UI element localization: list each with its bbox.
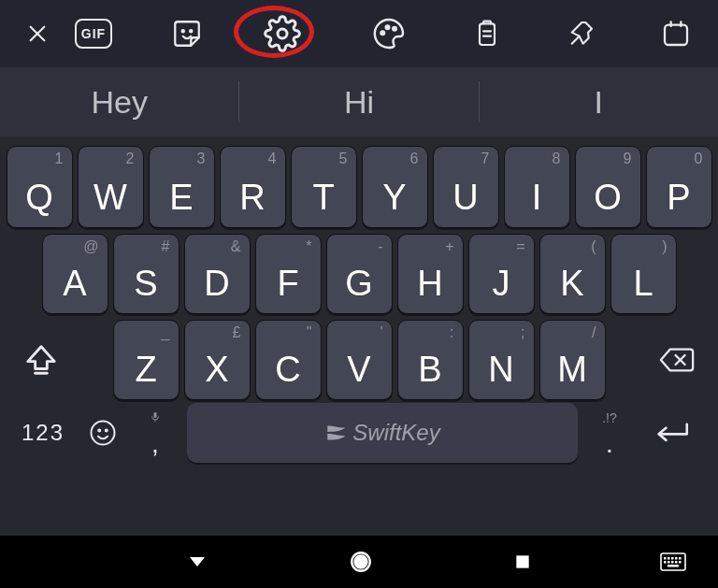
shift-key[interactable]	[7, 342, 75, 378]
svg-point-5	[381, 31, 384, 35]
svg-rect-33	[675, 561, 678, 564]
svg-rect-34	[679, 561, 682, 564]
symbols-key[interactable]: 123	[13, 405, 73, 461]
svg-point-22	[355, 556, 367, 568]
square-icon	[513, 552, 532, 571]
close-icon	[27, 23, 48, 44]
suggestion-bar: Hey Hi I	[0, 67, 718, 136]
nav-home-button[interactable]	[349, 550, 373, 574]
keyboard-row-2: @A #S &D *F -G +H =J (K )L	[4, 234, 714, 314]
gif-icon: GIF	[75, 19, 112, 49]
svg-rect-29	[679, 557, 682, 560]
palette-icon	[372, 17, 406, 50]
enter-icon	[653, 419, 692, 447]
key-j[interactable]: =J	[468, 234, 535, 314]
nav-keyboard-switch-button[interactable]	[660, 552, 686, 571]
keyboard-row-3: _Z £X "C 'V :B ;N /M	[4, 320, 714, 400]
svg-point-3	[190, 30, 192, 32]
key-u[interactable]: 7U	[433, 146, 499, 228]
svg-rect-8	[480, 23, 495, 45]
comma-key[interactable]: ,	[133, 405, 178, 461]
keyboard-toolbar: GIF	[0, 0, 718, 67]
key-r[interactable]: 4R	[220, 146, 286, 228]
keyboard-icon	[660, 552, 686, 571]
key-g[interactable]: -G	[326, 234, 393, 314]
svg-rect-28	[675, 557, 678, 560]
shift-icon	[23, 342, 59, 378]
backspace-icon	[658, 345, 696, 375]
key-n[interactable]: ;N	[468, 320, 535, 400]
suggestion-2[interactable]: Hi	[239, 67, 478, 136]
backspace-key[interactable]	[643, 345, 711, 375]
calendar-icon	[661, 19, 691, 49]
enter-key[interactable]	[638, 405, 707, 461]
key-x[interactable]: £X	[184, 320, 251, 400]
calendar-button[interactable]	[657, 15, 695, 52]
android-nav-bar	[0, 536, 718, 588]
space-label: SwiftKey	[352, 420, 439, 446]
svg-rect-11	[665, 25, 687, 45]
clipboard-button[interactable]	[468, 15, 506, 52]
emoji-icon	[89, 419, 117, 447]
suggestion-1[interactable]: Hey	[0, 67, 238, 136]
nav-recents-button[interactable]	[513, 552, 532, 571]
key-d[interactable]: &D	[184, 234, 251, 314]
svg-rect-31	[668, 561, 670, 564]
key-b[interactable]: :B	[397, 320, 464, 400]
voice-icon	[150, 410, 161, 423]
themes-button[interactable]	[370, 15, 408, 52]
close-toolbar-button[interactable]	[19, 15, 56, 52]
key-t[interactable]: 5T	[291, 146, 357, 228]
key-v[interactable]: 'V	[326, 320, 393, 400]
key-z[interactable]: _Z	[113, 320, 180, 400]
key-l[interactable]: )L	[610, 234, 677, 314]
svg-point-17	[92, 422, 115, 445]
keyboard: 1Q 2W 3E 4R 5T 6Y 7U 8I 9O 0P @A #S &D *…	[0, 136, 718, 536]
spacebar[interactable]: SwiftKey	[187, 403, 578, 463]
pin-button[interactable]	[562, 15, 599, 52]
svg-point-6	[386, 25, 390, 29]
svg-point-18	[98, 430, 100, 432]
svg-point-19	[106, 430, 108, 432]
pin-icon	[566, 19, 596, 49]
key-c[interactable]: "C	[255, 320, 322, 400]
suggestion-3[interactable]: I	[480, 67, 718, 136]
svg-point-7	[393, 27, 396, 31]
key-p[interactable]: 0P	[646, 146, 712, 228]
svg-rect-35	[668, 565, 679, 567]
key-k[interactable]: (K	[539, 234, 606, 314]
key-a[interactable]: @A	[42, 234, 108, 314]
svg-rect-23	[516, 555, 528, 567]
keyboard-row-4: 123 , SwiftKey .!? .	[4, 400, 714, 466]
key-e[interactable]: 3E	[149, 146, 215, 228]
emoji-key[interactable]	[79, 405, 127, 461]
key-f[interactable]: *F	[255, 234, 322, 314]
sticker-button[interactable]	[168, 15, 206, 52]
svg-point-4	[278, 29, 287, 38]
key-s[interactable]: #S	[113, 234, 180, 314]
svg-rect-32	[671, 561, 674, 564]
swiftkey-logo-icon	[324, 421, 349, 445]
keyboard-row-1: 1Q 2W 3E 4R 5T 6Y 7U 8I 9O 0P	[4, 146, 714, 228]
settings-button[interactable]	[264, 15, 301, 52]
sticker-icon	[171, 18, 203, 50]
gear-icon	[264, 15, 301, 52]
gif-button[interactable]: GIF	[75, 15, 112, 52]
svg-rect-25	[664, 557, 667, 560]
triangle-down-icon	[186, 551, 208, 573]
period-key[interactable]: .!? .	[587, 405, 632, 461]
key-o[interactable]: 9O	[575, 146, 641, 228]
key-w[interactable]: 2W	[78, 146, 144, 228]
key-i[interactable]: 8I	[504, 146, 570, 228]
circle-icon	[349, 550, 373, 574]
nav-back-button[interactable]	[186, 551, 208, 573]
svg-point-2	[182, 30, 184, 32]
svg-rect-30	[664, 561, 667, 564]
svg-rect-26	[668, 557, 670, 560]
key-y[interactable]: 6Y	[362, 146, 428, 228]
svg-rect-27	[671, 557, 674, 560]
clipboard-icon	[472, 18, 502, 50]
key-q[interactable]: 1Q	[7, 146, 73, 228]
key-h[interactable]: +H	[397, 234, 464, 314]
key-m[interactable]: /M	[539, 320, 606, 400]
